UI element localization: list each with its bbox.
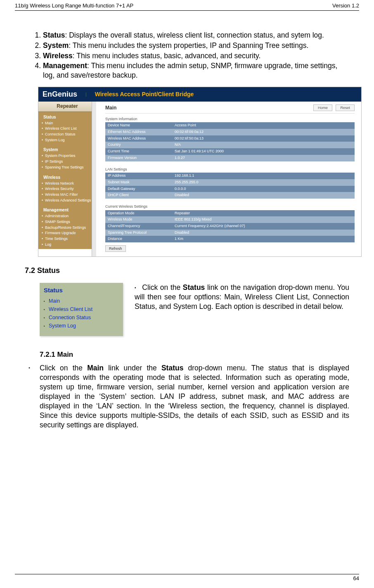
cell-key: Wireless Mode [105,216,172,223]
status-block: Status Main Wireless Client List Connect… [40,283,349,336]
sidebar-item[interactable]: Log [38,242,96,248]
cell-key: DHCP Client [105,192,172,199]
status-menu-screenshot: Status Main Wireless Client List Connect… [40,283,123,336]
cell-val: Sat Jan 1 01:49:14 UTC 2000 [172,148,355,155]
sidebar-item[interactable]: Wireless MAC Filter [38,192,96,198]
cell-val: Disabled [172,192,355,199]
intro-label: System [43,41,69,50]
status-menu-list: Main Wireless Client List Connection Sta… [44,297,119,330]
cell-val: Current Frequency:2.442GHz (channel 07) [172,223,355,230]
intro-text: : This menu includes the admin setup, SN… [43,62,337,79]
mp-pre1: Click on the [40,364,87,372]
mp-b1: Main [87,364,104,372]
mp-mid1: link under the [104,364,161,372]
intro-list: Status: Displays the overall status, wir… [25,31,349,80]
list-item: System: This menu includes the system pr… [43,41,349,50]
cell-key: Operation Mode [105,210,172,217]
status-description: Click on the Status link on the navigati… [135,283,349,311]
status-menu-item[interactable]: Wireless Client List [44,305,119,313]
sidebar-item[interactable]: Wireless Security [38,186,96,192]
status-para-pre: Click on the [142,283,183,292]
lan-settings-table: IP Address192.168.1.1 Subnet Mask255.255… [105,173,355,199]
cell-val: 1.0.27 [172,155,355,161]
status-heading: 7.2 Status [25,266,349,275]
sidebar-wrap: Repeater Status Main Wireless Client Lis… [38,102,96,256]
cell-key: Ethernet MAC Address [105,129,172,135]
sidebar-head-status: Status [38,112,96,121]
sidebar-mode: Repeater [38,102,96,112]
sidebar-section: Management Administration SNMP Settings … [38,205,96,249]
footer: 64 [15,574,359,581]
running-header: 11b/g Wireless Long Range Multi-function… [15,2,359,11]
cell-val: 255.255.255.0 [172,179,355,186]
reset-button[interactable]: Reset [336,104,355,111]
cell-key: Spanning Tree Protocol [105,230,172,236]
brand-logo: EnGenius [43,90,77,99]
router-screenshot: EnGenius | Wireless Access Point/Client … [38,87,362,257]
sidebar-item[interactable]: Main [38,121,96,126]
cell-key: Subnet Mask [105,179,172,186]
sidebar-item[interactable]: Wireless Network [38,181,96,187]
status-menu-item[interactable]: Connection Status [44,313,119,322]
main-paragraph-text: Click on the Main link under the Status … [40,363,349,430]
status-para-bold: Status [183,283,205,292]
cell-val: IEEE 802.11b/g Mixed [172,216,355,223]
page: 11b/g Wireless Long Range Multi-function… [0,0,374,588]
router-body: Repeater Status Main Wireless Client Lis… [38,102,361,256]
cell-key: IP Address [105,173,172,179]
cell-key: Firmware Version [105,155,172,161]
cell-val: 00:02:6f:50:0a:13 [172,135,355,142]
system-info-table: Device NameAccess Point Ethernet MAC Add… [105,122,355,161]
sidebar-item[interactable]: System Log [38,138,96,143]
cell-key: Country [105,142,172,148]
refresh-button[interactable]: Refresh [105,245,126,252]
sidebar-item[interactable]: SNMP Settings [38,219,96,225]
intro-text: : Displays the overall status, wireless … [65,31,324,39]
cell-key: Distance [105,236,172,242]
cell-val: N/A [172,142,355,148]
cell-val: Repeater [172,210,355,217]
status-menu-item[interactable]: System Log [44,322,119,330]
sidebar-head-system: System [38,145,96,153]
sidebar-item[interactable]: System Properties [38,153,96,159]
content: Status: Displays the overall status, wir… [15,11,359,430]
table-caption: Current Wireless Settings [105,203,355,210]
sidebar-item[interactable]: Spanning Tree Settings [38,165,96,171]
list-item: Status: Displays the overall status, wir… [43,31,349,40]
intro-text: : This menu includes status, basic, adva… [73,52,261,60]
main-heading: Main [105,105,116,111]
mp-b2: Status [161,364,183,372]
main-subheading: 7.2.1 Main [40,350,349,359]
cell-key: Device Name [105,122,172,129]
mp-post1: drop-down menu. The status that is displ… [40,364,349,429]
sidebar-section: Wireless Wireless Network Wireless Secur… [38,172,96,205]
sidebar-item[interactable]: IP Settings [38,159,96,165]
home-button[interactable]: Home [313,104,332,111]
cell-key: Wireless MAC Address [105,135,172,142]
sidebar-head-wireless: Wireless [38,172,96,181]
sidebar-item[interactable]: Backup/Restore Settings [38,225,96,231]
cell-val: Disabled [172,230,355,236]
table-caption: System Information [105,115,355,123]
intro-label: Wireless [43,52,73,60]
sidebar-item[interactable]: Wireless Client List [38,126,96,132]
main-paragraph: ▪ Click on the Main link under the Statu… [25,363,349,430]
cell-key: Default Gateway [105,186,172,192]
cell-val: 1 Km [172,236,355,242]
sidebar-item[interactable]: Administration [38,213,96,219]
cell-val: 192.168.1.1 [172,173,355,179]
table-caption: LAN Settings [105,166,355,173]
router-title: Wireless Access Point/Client Bridge [95,90,194,98]
sidebar-item[interactable]: Wireless Advanced Settings [38,198,96,204]
bullet-icon: ▪ [25,363,34,430]
status-menu-item[interactable]: Main [44,297,119,305]
bullet-icon [135,283,142,292]
main-head: Main Home Reset [105,105,355,114]
scrollbar[interactable] [92,102,96,256]
sidebar-item[interactable]: Connection Status [38,132,96,138]
sidebar-section: Status Main Wireless Client List Connect… [38,112,96,145]
header-left: 11b/g Wireless Long Range Multi-function… [15,2,133,9]
sidebar-item[interactable]: Firmware Upgrade [38,230,96,236]
cell-key: Current Time [105,148,172,155]
sidebar-item[interactable]: Time Settings [38,236,96,242]
